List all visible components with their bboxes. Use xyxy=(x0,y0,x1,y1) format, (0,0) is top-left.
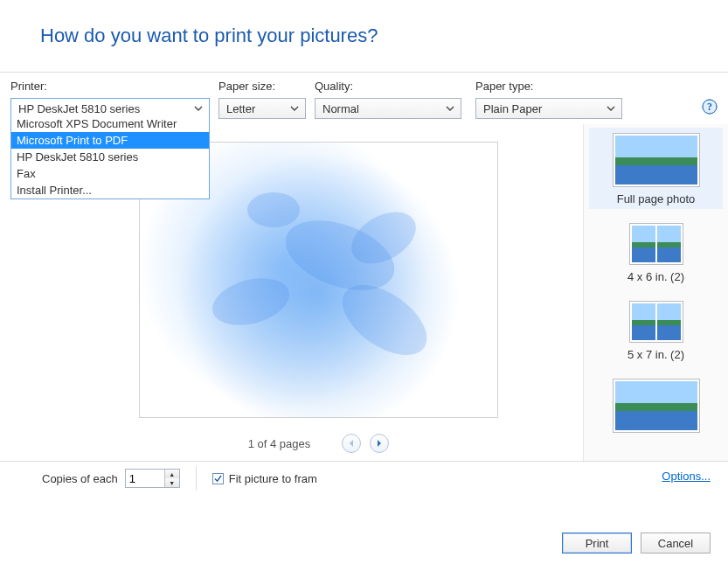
printer-option[interactable]: Fax xyxy=(11,165,209,182)
help-icon[interactable]: ? xyxy=(702,99,718,115)
copies-label: Copies of each xyxy=(42,472,118,485)
layout-pane[interactable]: Full page photo4 x 6 in. (2)5 x 7 in. (2… xyxy=(583,124,728,461)
chevron-down-icon xyxy=(604,101,618,115)
paper-type-value: Plain Paper xyxy=(483,102,542,115)
bottom-row: Copies of each ▲ ▼ Fit picture to fram O… xyxy=(0,462,728,495)
printer-label: Printer: xyxy=(10,80,210,93)
options-link[interactable]: Options... xyxy=(662,470,711,483)
print-button[interactable]: Print xyxy=(562,533,632,554)
copies-down-button[interactable]: ▼ xyxy=(165,478,179,487)
layout-thumb xyxy=(629,223,683,265)
next-page-button[interactable] xyxy=(370,434,389,453)
layout-label: 4 x 6 in. (2) xyxy=(627,270,684,283)
layout-label: 5 x 7 in. (2) xyxy=(627,348,684,361)
layout-thumb xyxy=(613,379,700,433)
chevron-down-icon xyxy=(191,101,205,115)
cancel-button[interactable]: Cancel xyxy=(641,533,711,554)
printer-option[interactable]: Microsoft Print to PDF xyxy=(11,132,209,149)
layout-item[interactable]: 5 x 7 in. (2) xyxy=(589,296,723,365)
layout-item[interactable] xyxy=(589,373,723,436)
dialog-title: How do you want to print your pictures? xyxy=(0,0,728,73)
quality-dropdown[interactable]: Normal xyxy=(315,98,461,119)
layout-item[interactable]: 4 x 6 in. (2) xyxy=(589,218,723,287)
layout-item[interactable]: Full page photo xyxy=(589,128,723,209)
copies-up-button[interactable]: ▲ xyxy=(165,470,179,478)
pager: 1 of 4 pages xyxy=(248,434,390,453)
quality-value: Normal xyxy=(322,102,359,115)
svg-text:?: ? xyxy=(707,101,712,113)
separator xyxy=(196,466,197,491)
copies-input[interactable] xyxy=(126,470,164,487)
paper-type-label: Paper type: xyxy=(475,80,622,93)
paper-size-label: Paper size: xyxy=(218,80,306,93)
copies-stepper[interactable]: ▲ ▼ xyxy=(125,469,180,488)
printer-option[interactable]: Install Printer... xyxy=(11,182,209,198)
layout-thumb xyxy=(629,301,683,343)
layout-thumb xyxy=(613,133,700,187)
printer-option[interactable]: Microsoft XPS Document Writer xyxy=(11,115,209,132)
check-icon xyxy=(212,473,224,484)
paper-size-value: Letter xyxy=(226,102,255,115)
button-row: Print Cancel xyxy=(562,533,711,554)
pager-text: 1 of 4 pages xyxy=(248,437,311,450)
prev-page-button[interactable] xyxy=(342,434,361,453)
printer-dropdown-list[interactable]: Microsoft XPS Document WriterMicrosoft P… xyxy=(10,115,210,199)
chevron-down-icon xyxy=(288,101,302,115)
layout-label: Full page photo xyxy=(617,192,696,205)
paper-type-dropdown[interactable]: Plain Paper xyxy=(475,98,622,119)
chevron-down-icon xyxy=(443,101,457,115)
fit-picture-label: Fit picture to fram xyxy=(229,472,317,485)
quality-label: Quality: xyxy=(315,80,461,93)
paper-size-dropdown[interactable]: Letter xyxy=(218,98,306,119)
printer-option[interactable]: HP DeskJet 5810 series xyxy=(11,149,209,165)
options-row: Printer: HP DeskJet 5810 series Paper si… xyxy=(0,73,728,119)
printer-dropdown-value: HP DeskJet 5810 series xyxy=(18,102,140,115)
fit-picture-checkbox[interactable]: Fit picture to fram xyxy=(212,472,317,485)
